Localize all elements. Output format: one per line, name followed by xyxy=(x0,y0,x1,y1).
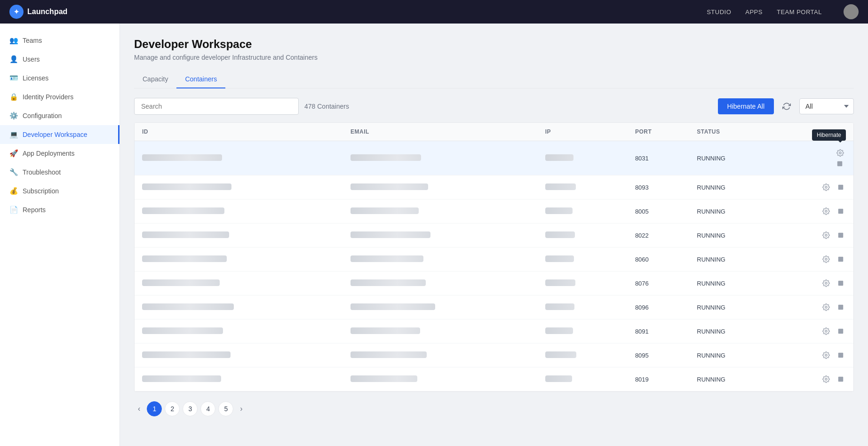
stop-button-0[interactable] xyxy=(835,159,845,169)
cell-actions-0: Hibernate xyxy=(774,141,853,175)
stop-button-1[interactable] xyxy=(836,182,846,192)
table-row: 8091 RUNNING xyxy=(135,319,853,343)
page-button-2[interactable]: 2 xyxy=(165,401,180,416)
cell-ip-8 xyxy=(538,343,628,367)
page-button-4[interactable]: 4 xyxy=(200,401,215,416)
cell-ip-0 xyxy=(538,141,628,175)
cell-id-2 xyxy=(135,199,343,223)
action-buttons-6 xyxy=(782,302,846,313)
settings-icon xyxy=(822,327,830,335)
sidebar-item-developer-workspace[interactable]: 💻 Developer Workspace xyxy=(0,125,119,144)
sidebar-item-users[interactable]: 👤 Users xyxy=(0,50,119,69)
cell-status-8: RUNNING xyxy=(689,343,774,367)
table-header-row: ID EMAIL IP PORT STATUS xyxy=(135,123,853,141)
cell-id-6 xyxy=(135,295,343,319)
cell-actions-8 xyxy=(774,343,853,367)
cell-actions-7 xyxy=(774,319,853,343)
sidebar-item-identity-providers[interactable]: 🔒 Identity Providers xyxy=(0,88,119,106)
cell-status-9: RUNNING xyxy=(689,367,774,391)
page-button-5[interactable]: 5 xyxy=(218,401,233,416)
id-value-1 xyxy=(142,183,231,190)
stop-button-3[interactable] xyxy=(836,230,846,240)
sidebar-label-reports: Reports xyxy=(23,206,46,214)
id-value-6 xyxy=(142,303,234,310)
brand-name: Launchpad xyxy=(27,8,67,16)
page-button-1[interactable]: 1 xyxy=(147,401,162,416)
page-button-3[interactable]: 3 xyxy=(183,401,198,416)
filter-select[interactable]: All Running Hibernating Stopped xyxy=(799,98,854,114)
settings-button-0[interactable] xyxy=(835,147,846,159)
deployments-icon: 🚀 xyxy=(9,149,18,158)
table-row: 8005 RUNNING xyxy=(135,199,853,223)
svg-point-2 xyxy=(825,186,827,188)
sidebar-item-troubleshoot[interactable]: 🔧 Troubleshoot xyxy=(0,163,119,182)
cell-port-4: 8060 xyxy=(628,247,689,271)
action-buttons-9 xyxy=(782,374,846,385)
stop-button-9[interactable] xyxy=(836,374,846,384)
status-value-9: RUNNING xyxy=(697,376,725,383)
sidebar-item-licenses[interactable]: 🪪 Licenses xyxy=(0,69,119,88)
user-avatar[interactable] xyxy=(844,4,859,19)
table-row: 8095 RUNNING xyxy=(135,343,853,367)
stop-button-5[interactable] xyxy=(836,278,846,288)
tab-capacity[interactable]: Capacity xyxy=(134,71,176,88)
sidebar-item-subscription[interactable]: 💰 Subscription xyxy=(0,182,119,200)
settings-button-2[interactable] xyxy=(820,206,832,217)
email-value-2 xyxy=(350,207,419,214)
sidebar-label-subscription: Subscription xyxy=(23,187,59,195)
settings-button-4[interactable] xyxy=(820,254,832,265)
settings-button-7[interactable] xyxy=(820,326,832,337)
cell-email-7 xyxy=(343,319,538,343)
brand-icon: ✦ xyxy=(9,5,24,19)
settings-button-6[interactable] xyxy=(820,302,832,313)
settings-button-5[interactable] xyxy=(820,278,832,289)
sidebar-item-reports[interactable]: 📄 Reports xyxy=(0,200,119,219)
stop-button-2[interactable] xyxy=(836,206,846,216)
stop-icon xyxy=(837,328,844,334)
main-content: Developer Workspace Manage and configure… xyxy=(120,24,868,446)
email-value-1 xyxy=(350,183,428,190)
cell-port-0: 8031 xyxy=(628,141,689,175)
cell-actions-9 xyxy=(774,367,853,391)
settings-button-3[interactable] xyxy=(820,230,832,241)
svg-rect-1 xyxy=(837,161,843,167)
hibernate-all-button[interactable]: Hibernate All xyxy=(718,98,774,114)
prev-page-button[interactable]: ‹ xyxy=(134,403,144,415)
cell-id-4 xyxy=(135,247,343,271)
refresh-button[interactable] xyxy=(780,99,794,113)
apps-link[interactable]: APPS xyxy=(745,8,763,16)
stop-button-4[interactable] xyxy=(836,254,846,264)
status-value-1: RUNNING xyxy=(697,184,725,191)
cell-id-9 xyxy=(135,367,343,391)
cell-id-7 xyxy=(135,319,343,343)
cell-port-3: 8022 xyxy=(628,223,689,247)
sidebar-item-configuration[interactable]: ⚙️ Configuration xyxy=(0,106,119,125)
settings-button-1[interactable] xyxy=(820,182,832,193)
next-page-button[interactable]: › xyxy=(236,403,246,415)
action-buttons-3 xyxy=(782,230,846,241)
team-portal-link[interactable]: TEAM PORTAL xyxy=(777,8,822,16)
stop-icon xyxy=(837,304,844,311)
col-port: PORT xyxy=(628,123,689,141)
svg-rect-19 xyxy=(838,377,844,382)
sidebar-item-teams[interactable]: 👥 Teams xyxy=(0,31,119,50)
stop-button-7[interactable] xyxy=(836,326,846,336)
svg-rect-15 xyxy=(838,329,844,334)
tab-containers[interactable]: Containers xyxy=(176,71,225,88)
settings-button-9[interactable] xyxy=(820,374,832,385)
stop-icon xyxy=(837,376,844,382)
main-layout: 👥 Teams 👤 Users 🪪 Licenses 🔒 Identity Pr… xyxy=(0,0,868,446)
svg-rect-11 xyxy=(838,281,844,286)
email-value-8 xyxy=(350,351,427,358)
search-input[interactable] xyxy=(134,98,299,115)
identity-icon: 🔒 xyxy=(9,93,18,101)
studio-link[interactable]: STUDIO xyxy=(707,8,731,16)
sidebar-item-app-deployments[interactable]: 🚀 App Deployments xyxy=(0,144,119,163)
stop-button-6[interactable] xyxy=(836,302,846,312)
cell-status-4: RUNNING xyxy=(689,247,774,271)
top-navigation: ✦ Launchpad STUDIO APPS TEAM PORTAL xyxy=(0,0,868,24)
settings-button-8[interactable] xyxy=(820,350,832,361)
status-value-3: RUNNING xyxy=(697,232,725,239)
stop-button-8[interactable] xyxy=(836,350,846,360)
id-value-3 xyxy=(142,231,229,238)
